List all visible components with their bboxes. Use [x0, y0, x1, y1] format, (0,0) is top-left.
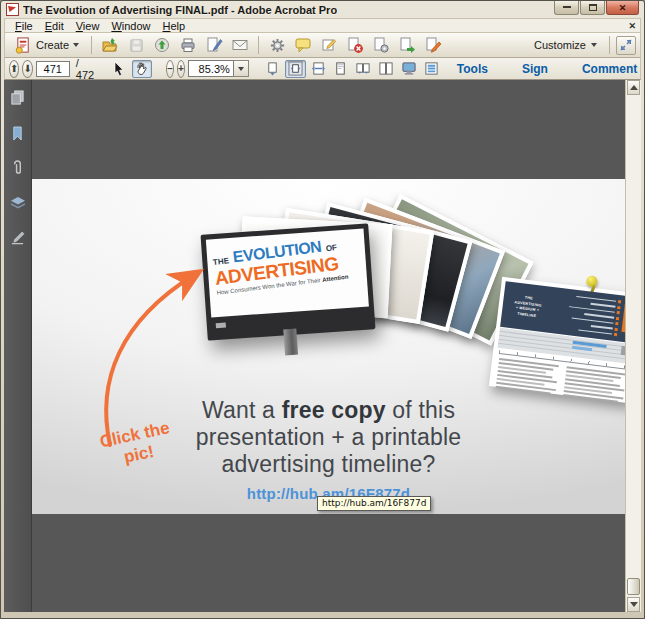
cta-line1-pre: Want a	[202, 397, 282, 423]
printer-icon	[179, 36, 197, 54]
scroll-down-icon	[630, 602, 638, 607]
navigation-pane-rail	[4, 80, 32, 612]
bookmarks-button[interactable]	[7, 123, 29, 143]
zoom-out-button[interactable]: −	[166, 60, 174, 78]
print-button[interactable]	[176, 34, 200, 56]
signatures-button[interactable]	[7, 228, 29, 248]
presentation-stack-image-link[interactable]: THE EVOLUTION OF ADVERTISING How Consume…	[200, 189, 500, 384]
orange-marker-decoration	[616, 316, 619, 319]
two-page-scroll-button[interactable]	[353, 60, 373, 78]
create-button[interactable]: Create	[9, 34, 85, 56]
layers-icon	[10, 196, 26, 210]
edit-page-button[interactable]	[421, 34, 445, 56]
zoom-level-control[interactable]: 85.3%	[188, 60, 249, 77]
document-view-area[interactable]: THE EVOLUTION OF ADVERTISING How Consume…	[32, 80, 625, 612]
two-page-scroll-icon	[355, 61, 371, 76]
page-count-label: / 472	[73, 57, 97, 81]
menu-view[interactable]: View	[70, 20, 106, 32]
reading-mode-icon	[424, 61, 439, 76]
close-button[interactable]: ✕	[606, 1, 639, 15]
comment-bubble-button[interactable]	[291, 34, 315, 56]
comment-panel-button[interactable]: Comment	[572, 62, 645, 76]
two-page-view-button[interactable]	[376, 60, 396, 78]
reading-mode-button[interactable]	[422, 60, 441, 78]
select-cursor-icon	[113, 61, 127, 77]
orange-marker-decoration	[618, 300, 621, 303]
cta-text-block: Want a free copy of this presentation + …	[32, 397, 625, 503]
zoom-dropdown-button[interactable]	[234, 60, 249, 77]
customize-label: Customize	[534, 39, 586, 51]
minimize-icon	[563, 5, 571, 8]
window-title: The Evolution of Advertising FINAL.pdf -…	[23, 4, 337, 16]
create-pdf-icon	[15, 37, 32, 54]
cta-line1-bold: free copy	[282, 397, 386, 423]
zoom-level-value[interactable]: 85.3%	[188, 60, 234, 77]
note-pencil-icon	[320, 36, 338, 54]
menu-edit[interactable]: Edit	[39, 20, 70, 32]
expand-toolbar-button[interactable]	[616, 36, 636, 55]
open-file-button[interactable]	[98, 34, 122, 56]
timeline-header-rows	[547, 290, 625, 340]
select-tool-button[interactable]	[111, 60, 129, 78]
vertical-scrollbar[interactable]	[625, 80, 641, 612]
full-screen-monitor-icon	[401, 61, 417, 76]
export-page-button[interactable]	[395, 34, 419, 56]
layers-button[interactable]	[7, 193, 29, 213]
maximize-button[interactable]	[580, 1, 605, 15]
menu-file[interactable]: File	[9, 20, 39, 32]
minimize-button[interactable]	[554, 1, 579, 15]
page-delete-icon	[346, 36, 364, 54]
delete-pages-button[interactable]	[343, 34, 367, 56]
text-line-decoration	[590, 303, 615, 308]
toolbar-separator	[258, 36, 259, 54]
fit-page-button[interactable]	[285, 60, 306, 78]
page-settings-button[interactable]	[369, 34, 393, 56]
share-upload-button[interactable]	[150, 34, 174, 56]
close-document-icon[interactable]: ✕	[628, 21, 636, 31]
main-toolbar: Create	[4, 32, 641, 58]
tools-panel-button[interactable]: Tools	[447, 62, 498, 76]
hand-tool-icon	[135, 61, 149, 76]
zoom-in-button[interactable]: +	[177, 60, 185, 78]
title-bar[interactable]: The Evolution of Advertising FINAL.pdf -…	[4, 1, 641, 18]
save-floppy-icon	[128, 37, 145, 54]
menu-help[interactable]: Help	[157, 20, 192, 32]
document-workspace: THE EVOLUTION OF ADVERTISING How Consume…	[4, 80, 641, 612]
full-screen-button[interactable]	[399, 60, 419, 78]
page-number-input[interactable]	[36, 61, 70, 77]
scroll-up-icon	[630, 85, 638, 90]
window-controls: ✕	[553, 1, 639, 15]
page-thumbnails-button[interactable]	[7, 88, 29, 108]
sign-panel-button[interactable]: Sign	[512, 62, 558, 76]
save-file-button[interactable]	[124, 34, 148, 56]
scrolling-mode-button[interactable]	[263, 60, 282, 78]
page-edit-pencil-icon	[424, 36, 442, 54]
billboard-face: THE EVOLUTION OF ADVERTISING How Consume…	[206, 229, 369, 318]
menu-window[interactable]: Window	[105, 20, 156, 32]
attachments-button[interactable]	[7, 158, 29, 178]
fit-width-button[interactable]	[309, 60, 328, 78]
annotate-button[interactable]	[317, 34, 341, 56]
email-button[interactable]	[228, 34, 252, 56]
customize-button[interactable]: Customize	[528, 39, 603, 51]
timeline-handout: THE ADVERTISING + MEDIUM + TIMELINE	[489, 277, 625, 403]
continuous-scroll-icon	[265, 61, 280, 76]
single-page-button[interactable]	[331, 60, 350, 78]
maximize-icon	[589, 4, 597, 11]
page-thumbnails-icon	[10, 90, 25, 106]
billboard-of: OF	[325, 243, 337, 253]
signature-pen-icon	[10, 231, 25, 245]
hand-tool-button[interactable]	[132, 60, 152, 78]
next-page-button[interactable]: ⬇	[22, 60, 32, 78]
scroll-down-button[interactable]	[627, 597, 640, 612]
fit-page-icon	[288, 61, 303, 76]
scroll-up-button[interactable]	[627, 80, 640, 95]
navigation-toolbar: ⬆ ⬇ / 472 − + 85.3%	[4, 58, 641, 80]
previous-page-button[interactable]: ⬆	[9, 60, 19, 78]
fill-sign-button[interactable]	[202, 34, 226, 56]
email-envelope-icon	[231, 36, 249, 54]
create-button-label: Create	[36, 39, 69, 51]
scrollbar-thumb[interactable]	[627, 578, 640, 595]
preferences-button[interactable]	[265, 34, 289, 56]
open-folder-icon	[101, 36, 119, 54]
